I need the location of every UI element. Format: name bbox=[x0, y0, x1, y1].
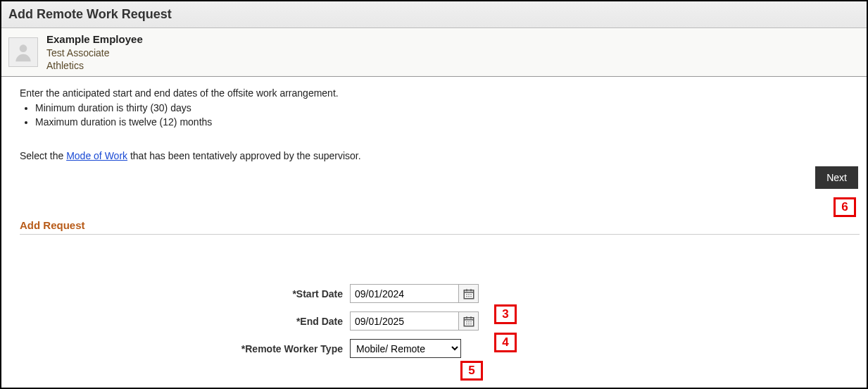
employee-department: Athletics bbox=[46, 59, 143, 72]
svg-point-8 bbox=[466, 296, 467, 297]
svg-point-15 bbox=[466, 321, 467, 323]
svg-point-6 bbox=[468, 294, 470, 295]
instructions-list: Minimum duration is thirty (30) days Max… bbox=[35, 101, 848, 129]
employee-title: Test Associate bbox=[46, 47, 143, 59]
instructions-bullet: Minimum duration is thirty (30) days bbox=[35, 101, 848, 116]
svg-point-17 bbox=[470, 321, 472, 323]
end-date-wrap bbox=[350, 311, 479, 331]
employee-info: Example Employee Test Associate Athletic… bbox=[46, 32, 143, 72]
page-container: Add Remote Work Request Example Employee… bbox=[0, 0, 868, 389]
worker-type-select[interactable]: Mobile/ Remote bbox=[350, 339, 461, 358]
form-row-worker-type: *Remote Worker Type Mobile/ Remote bbox=[1, 339, 867, 358]
svg-point-20 bbox=[470, 323, 472, 325]
annotation-callout-5: 5 bbox=[460, 361, 483, 381]
start-date-input[interactable] bbox=[350, 284, 459, 303]
calendar-icon bbox=[463, 288, 475, 300]
mode-prefix: Select the bbox=[20, 150, 66, 161]
svg-point-0 bbox=[20, 44, 27, 52]
person-icon bbox=[12, 41, 34, 63]
mode-suffix: that has been tentatively approved by th… bbox=[127, 150, 361, 161]
svg-point-10 bbox=[470, 296, 472, 297]
annotation-callout-6: 6 bbox=[834, 197, 856, 217]
mode-of-work-text: Select the Mode of Work that has been te… bbox=[20, 149, 848, 163]
label-worker-type: *Remote Worker Type bbox=[1, 343, 350, 354]
employee-panel: Example Employee Test Associate Athletic… bbox=[1, 28, 867, 77]
svg-point-5 bbox=[466, 294, 467, 295]
start-date-wrap bbox=[350, 284, 479, 303]
form-row-start-date: *Start Date bbox=[1, 284, 867, 303]
label-end-date: *End Date bbox=[1, 316, 350, 327]
start-date-calendar-button[interactable] bbox=[459, 284, 479, 303]
svg-point-16 bbox=[468, 321, 470, 323]
form-row-end-date: *End Date bbox=[1, 311, 867, 331]
section-title-add-request: Add Request bbox=[20, 219, 860, 231]
mode-of-work-link[interactable]: Mode of Work bbox=[66, 150, 127, 161]
next-button[interactable]: Next bbox=[815, 166, 858, 189]
instructions: Enter the anticipated start and end date… bbox=[1, 77, 867, 163]
avatar bbox=[8, 37, 38, 67]
form-area: *Start Date *End Date bbox=[1, 284, 867, 358]
section-divider bbox=[20, 234, 860, 235]
calendar-icon bbox=[463, 315, 475, 328]
label-start-date: *Start Date bbox=[1, 288, 350, 300]
annotation-callout-3: 3 bbox=[494, 304, 517, 324]
annotation-callout-4: 4 bbox=[494, 333, 517, 352]
page-header: Add Remote Work Request bbox=[1, 1, 867, 28]
svg-point-18 bbox=[466, 323, 467, 325]
svg-point-9 bbox=[468, 296, 470, 297]
end-date-input[interactable] bbox=[350, 311, 459, 331]
svg-point-19 bbox=[468, 323, 470, 325]
employee-name: Example Employee bbox=[46, 32, 143, 47]
next-area: Next bbox=[815, 166, 858, 189]
instructions-bullet: Maximum duration is twelve (12) months bbox=[35, 116, 848, 130]
page-title: Add Remote Work Request bbox=[8, 7, 860, 22]
instructions-intro: Enter the anticipated start and end date… bbox=[20, 87, 848, 101]
svg-point-7 bbox=[470, 294, 472, 295]
end-date-calendar-button[interactable] bbox=[459, 311, 479, 331]
